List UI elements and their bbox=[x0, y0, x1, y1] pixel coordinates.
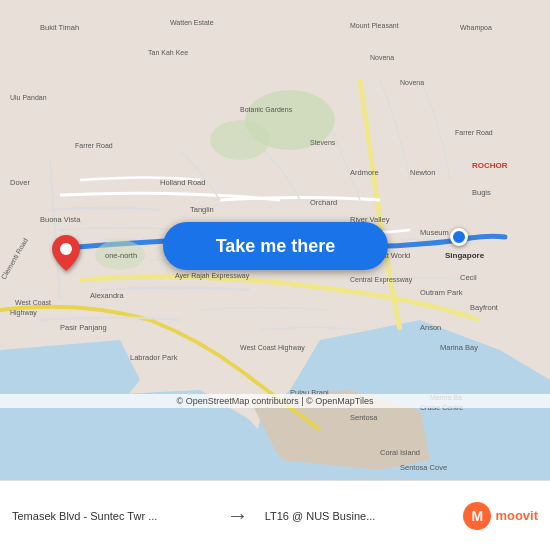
destination-label: LT16 @ NUS Busine... bbox=[265, 510, 376, 522]
svg-text:Botanic Gardens: Botanic Gardens bbox=[240, 106, 293, 113]
svg-text:Marina Bay: Marina Bay bbox=[440, 343, 478, 352]
svg-text:one-north: one-north bbox=[105, 251, 137, 260]
svg-text:Novena: Novena bbox=[400, 79, 424, 86]
take-me-there-button[interactable]: Take me there bbox=[163, 222, 388, 270]
svg-text:Newton: Newton bbox=[410, 168, 435, 177]
svg-text:Whampoa: Whampoa bbox=[460, 24, 492, 32]
svg-text:Pasir Panjang: Pasir Panjang bbox=[60, 323, 107, 332]
svg-text:Tanglin: Tanglin bbox=[190, 205, 214, 214]
svg-text:Holland Road: Holland Road bbox=[160, 178, 205, 187]
footer: Temasek Blvd - Suntec Twr ... → LT16 @ N… bbox=[0, 480, 550, 550]
svg-text:Bukit Timah: Bukit Timah bbox=[40, 23, 79, 32]
moovit-icon: M bbox=[463, 502, 491, 530]
origin-label: Temasek Blvd - Suntec Twr ... bbox=[12, 510, 157, 522]
svg-point-56 bbox=[60, 243, 72, 255]
svg-text:Ardmore: Ardmore bbox=[350, 168, 379, 177]
svg-text:Bayfront: Bayfront bbox=[470, 303, 499, 312]
svg-text:Outram Park: Outram Park bbox=[420, 288, 463, 297]
svg-text:ROCHOR: ROCHOR bbox=[472, 161, 508, 170]
origin-marker bbox=[52, 235, 80, 275]
svg-text:Mount Pleasant: Mount Pleasant bbox=[350, 22, 399, 29]
svg-text:Central Expressway: Central Expressway bbox=[350, 276, 413, 284]
svg-text:Novena: Novena bbox=[370, 54, 394, 61]
arrow-icon: → bbox=[227, 503, 249, 529]
svg-text:Alexandra: Alexandra bbox=[90, 291, 125, 300]
svg-text:Stevens: Stevens bbox=[310, 139, 336, 146]
svg-text:Highway: Highway bbox=[10, 309, 37, 317]
svg-text:Buona Vista: Buona Vista bbox=[40, 215, 81, 224]
svg-text:Sentosa: Sentosa bbox=[350, 413, 378, 422]
destination-marker bbox=[450, 228, 468, 246]
footer-destination: LT16 @ NUS Busine... bbox=[265, 510, 464, 522]
svg-text:Anson: Anson bbox=[420, 323, 441, 332]
svg-text:Dover: Dover bbox=[10, 178, 31, 187]
svg-text:Labrador Park: Labrador Park bbox=[130, 353, 178, 362]
moovit-logo: M moovit bbox=[463, 502, 538, 530]
svg-point-6 bbox=[210, 120, 270, 160]
svg-text:Ulu Pandan: Ulu Pandan bbox=[10, 94, 47, 101]
map-attribution: © OpenStreetMap contributors | © OpenMap… bbox=[0, 394, 550, 408]
svg-text:West Coast: West Coast bbox=[15, 299, 51, 306]
svg-text:Bugis: Bugis bbox=[472, 188, 491, 197]
svg-text:Coral Island: Coral Island bbox=[380, 448, 420, 457]
svg-text:West Coast Highway: West Coast Highway bbox=[240, 344, 305, 352]
svg-text:Ayer Rajah Expressway: Ayer Rajah Expressway bbox=[175, 272, 250, 280]
svg-text:Cecil: Cecil bbox=[460, 273, 477, 282]
svg-text:Singapore: Singapore bbox=[445, 251, 485, 260]
footer-origin: Temasek Blvd - Suntec Twr ... bbox=[12, 510, 211, 522]
svg-text:Orchard: Orchard bbox=[310, 198, 337, 207]
svg-text:Watten Estate: Watten Estate bbox=[170, 19, 214, 26]
svg-text:Sentosa Cove: Sentosa Cove bbox=[400, 463, 447, 472]
moovit-brand-text: moovit bbox=[495, 508, 538, 523]
map-container: Bukit Timah Watten Estate Mount Pleasant… bbox=[0, 0, 550, 480]
svg-text:Museum: Museum bbox=[420, 228, 449, 237]
footer-arrow: → bbox=[211, 503, 265, 529]
svg-text:Tan Kah Kee: Tan Kah Kee bbox=[148, 49, 188, 56]
svg-text:Farrer Road: Farrer Road bbox=[75, 142, 113, 149]
svg-text:Farrer Road: Farrer Road bbox=[455, 129, 493, 136]
